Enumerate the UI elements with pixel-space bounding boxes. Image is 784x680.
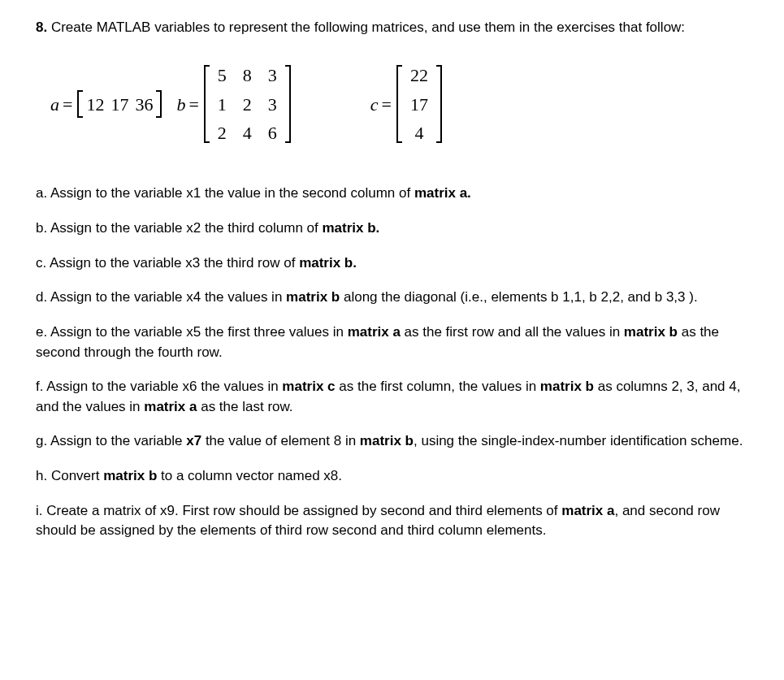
- part-f-bold2: matrix b: [540, 379, 594, 394]
- matrix-b-group: b = 5 8 3 1 2 3 2 4 6: [176, 61, 290, 149]
- part-d-pre: d. Assign to the variable x4 the values …: [36, 289, 286, 305]
- bracket-right-icon: [285, 65, 291, 143]
- part-e: e. Assign to the variable x5 the first t…: [36, 323, 748, 362]
- part-g: g. Assign to the variable x7 the value o…: [36, 431, 748, 452]
- matrix-b-cell: 2: [210, 119, 235, 148]
- part-i-pre: i. Create a matrix of x9. First row shou…: [36, 503, 561, 518]
- part-b-bold: matrix b.: [322, 220, 379, 236]
- part-h: h. Convert matrix b to a column vector n…: [36, 466, 748, 487]
- matrices-row: a = 12 17 36 b = 5 8 3 1 2 3: [50, 61, 748, 149]
- part-f-post: as the last row.: [197, 399, 292, 414]
- bracket-right-icon: [156, 90, 162, 118]
- matrix-a-cell: 12: [83, 90, 107, 119]
- bracket-left-icon: [77, 90, 83, 118]
- matrix-b-label: b: [176, 92, 185, 118]
- matrix-c-cell: 22: [402, 61, 436, 90]
- matrix-a-group: a = 12 17 36: [50, 90, 162, 119]
- bracket-left-icon: [204, 65, 210, 143]
- equals-sign: =: [188, 92, 198, 118]
- bracket-right-icon: [436, 65, 442, 143]
- part-c-pre: c. Assign to the variable x3 the third r…: [36, 255, 299, 271]
- matrix-b-cell: 6: [260, 119, 285, 148]
- matrix-c: 22 17 4: [402, 61, 436, 149]
- matrix-a-label: a: [50, 92, 59, 118]
- part-d-post: along the diagonal (i.e., elements b 1,1…: [340, 289, 697, 305]
- matrix-b-cell: 5: [210, 61, 235, 90]
- matrix-c-label: c: [370, 92, 379, 118]
- equals-sign: =: [382, 92, 392, 118]
- part-b-pre: b. Assign to the variable x2 the third c…: [36, 220, 322, 236]
- part-d: d. Assign to the variable x4 the values …: [36, 288, 748, 308]
- matrix-c-cell: 17: [402, 90, 436, 119]
- part-h-bold: matrix b: [103, 468, 157, 483]
- matrix-b-cell: 2: [235, 90, 260, 119]
- bracket-left-icon: [396, 65, 402, 143]
- matrix-b: 5 8 3 1 2 3 2 4 6: [210, 61, 285, 149]
- part-e-pre: e. Assign to the variable x5 the first t…: [36, 324, 348, 340]
- matrix-a-cell: 36: [132, 90, 156, 119]
- part-e-mid: as the first row and all the values in: [401, 324, 624, 340]
- part-e-bold2: matrix b: [624, 324, 678, 340]
- part-g-mid: the value of element 8 in: [201, 433, 360, 448]
- question-intro: 8. Create MATLAB variables to represent …: [36, 18, 748, 38]
- part-c-bold: matrix b.: [299, 255, 357, 271]
- part-f-bold1: matrix c: [282, 379, 335, 394]
- matrix-c-group: c = 22 17 4: [370, 61, 442, 149]
- question-text: Create MATLAB variables to represent the…: [51, 19, 685, 35]
- part-f-mid1: as the first column, the values in: [336, 379, 540, 394]
- equals-sign: =: [63, 92, 72, 118]
- matrix-b-cell: 3: [260, 90, 285, 119]
- part-b: b. Assign to the variable x2 the third c…: [36, 219, 748, 239]
- part-i: i. Create a matrix of x9. First row shou…: [36, 501, 748, 541]
- part-h-pre: h. Convert: [36, 468, 103, 483]
- part-f-pre: f. Assign to the variable x6 the values …: [36, 379, 282, 394]
- part-e-bold1: matrix a: [348, 324, 401, 340]
- part-f-bold3: matrix a: [144, 399, 197, 414]
- part-c: c. Assign to the variable x3 the third r…: [36, 253, 748, 274]
- part-g-post: , using the single-index-number identifi…: [414, 433, 743, 448]
- part-g-pre: g. Assign to the variable: [36, 433, 186, 448]
- part-d-bold: matrix b: [286, 289, 340, 305]
- matrix-b-cell: 3: [260, 61, 285, 90]
- question-number: 8.: [36, 19, 47, 35]
- part-i-bold: matrix a: [561, 503, 614, 518]
- part-a: a. Assign to the variable x1 the value i…: [36, 184, 748, 204]
- matrix-b-cell: 8: [235, 61, 260, 90]
- part-h-post: to a column vector named x8.: [157, 468, 342, 483]
- part-a-bold: matrix a.: [414, 185, 471, 201]
- matrix-a-cell: 17: [107, 90, 132, 119]
- matrix-a: 12 17 36: [83, 90, 156, 119]
- matrix-b-cell: 4: [235, 119, 260, 148]
- matrix-c-cell: 4: [402, 119, 436, 148]
- part-g-bold1: x7: [186, 433, 201, 448]
- part-a-pre: a. Assign to the variable x1 the value i…: [36, 185, 414, 201]
- part-g-bold2: matrix b: [360, 433, 414, 448]
- part-f: f. Assign to the variable x6 the values …: [36, 377, 748, 417]
- matrix-b-cell: 1: [210, 90, 235, 119]
